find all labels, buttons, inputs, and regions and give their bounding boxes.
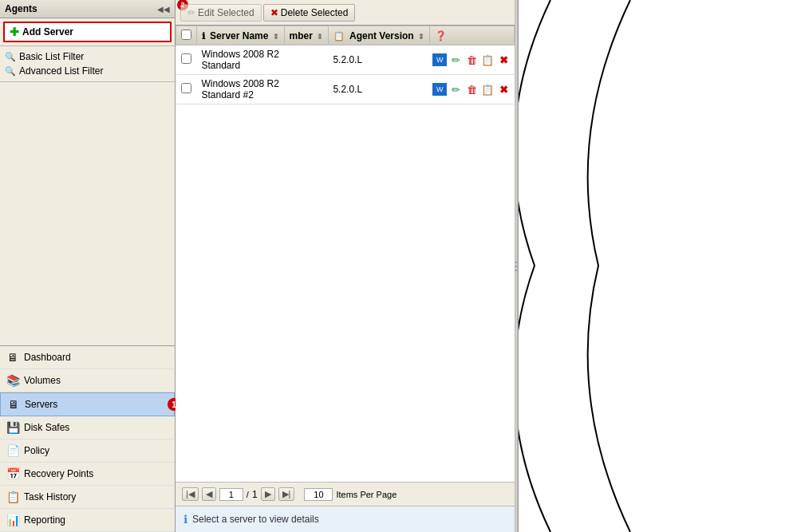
nav-spacer (0, 82, 175, 345)
items-per-page-label: Items Per Page (336, 490, 397, 499)
row2-delete-icon[interactable]: 🗑 (464, 83, 479, 96)
sidebar-item-recovery-points[interactable]: 📅 Recovery Points (0, 463, 175, 486)
dashboard-icon: 🖥 (6, 351, 19, 364)
sidebar-item-task-history[interactable]: 📋 Task History (0, 486, 175, 509)
row2-action-icons: W ✏ 🗑 📋 ✖ (432, 83, 511, 96)
sidebar-top: ✚ Add Server (0, 18, 175, 46)
sidebar-collapse-button[interactable]: ◀◀ (157, 5, 170, 14)
filter-icon-advanced: 🔍 (5, 66, 16, 77)
toolbar-badge-container: 2 ✏ Edit Selected (180, 4, 262, 22)
policy-label: Policy (24, 445, 49, 456)
number-sort[interactable]: ⇕ (317, 33, 323, 41)
row2-server-name[interactable]: Windows 2008 R2 Standard #2 (197, 75, 285, 104)
task-history-icon: 📋 (6, 491, 19, 503)
sidebar-item-dashboard[interactable]: 🖥 Dashboard (0, 346, 175, 369)
prev-page-button[interactable]: ◀ (202, 487, 216, 501)
agent-version-sort[interactable]: ⇕ (418, 33, 424, 41)
row1-agent-version: 5.2.0.L (328, 45, 429, 75)
row2-actions: W ✏ 🗑 📋 ✖ (429, 75, 514, 104)
row2-x-icon[interactable]: ✖ (496, 83, 511, 96)
row1-x-icon[interactable]: ✖ (496, 53, 511, 66)
table-header-row: ℹ Server Name ⇕ mber ⇕ 📋 Agent Version ⇕ (176, 26, 515, 45)
main-content: 2 ✏ Edit Selected ✖ Delete Selected (176, 0, 515, 532)
sidebar-filters: 🔍 Basic List Filter 🔍 Advanced List Filt… (0, 46, 175, 82)
right-panel (518, 0, 797, 532)
page-divider: / (247, 490, 249, 499)
row2-copy-icon[interactable]: 📋 (480, 83, 495, 96)
basic-list-filter[interactable]: 🔍 Basic List Filter (5, 49, 170, 64)
delete-selected-label: Delete Selected (281, 7, 349, 18)
row2-number (284, 75, 328, 104)
volumes-icon: 📚 (6, 374, 19, 387)
row1-delete-icon[interactable]: 🗑 (464, 53, 479, 66)
curve-decoration-2 (582, 0, 678, 532)
sidebar-header: Agents ◀◀ (0, 0, 175, 18)
header-number[interactable]: mber ⇕ (284, 26, 328, 45)
disk-safes-label: Disk Safes (24, 422, 69, 433)
header-agent-version[interactable]: 📋 Agent Version ⇕ (328, 26, 429, 45)
recovery-points-label: Recovery Points (24, 468, 93, 479)
row2-checkbox[interactable] (181, 83, 191, 93)
delete-selected-button[interactable]: ✖ Delete Selected (263, 4, 356, 22)
task-history-label: Task History (24, 491, 76, 502)
row1-actions: W ✏ 🗑 📋 ✖ (429, 45, 514, 75)
row2-checkbox-cell (176, 75, 197, 104)
filter-icon-basic: 🔍 (5, 52, 16, 62)
current-page-input[interactable] (219, 488, 243, 501)
row1-checkbox[interactable] (181, 53, 191, 64)
header-actions: ❓ (429, 26, 514, 45)
row1-windows-icon[interactable]: W (432, 53, 447, 66)
header-checkbox-cell (176, 26, 197, 45)
agent-version-col-icon: 📋 (333, 31, 345, 41)
row1-number (284, 45, 328, 75)
pagination-bar: |◀ ◀ / 1 ▶ ▶| Items Per Page (176, 482, 515, 506)
servers-icon: 🖥 (7, 398, 20, 411)
resize-dot-1 (515, 262, 517, 263)
header-server-name[interactable]: ℹ Server Name ⇕ (197, 26, 285, 45)
row2-edit-icon[interactable]: ✏ (448, 83, 463, 96)
add-server-icon: ✚ (10, 26, 19, 38)
sidebar-item-reporting[interactable]: 📊 Reporting (0, 509, 175, 532)
edit-selected-button[interactable]: ✏ Edit Selected (180, 4, 262, 22)
total-pages: 1 (252, 489, 258, 500)
number-col-label: mber (290, 30, 313, 41)
agent-version-col-label: Agent Version (349, 30, 414, 41)
info-icon: ℹ (183, 513, 187, 526)
row1-copy-icon[interactable]: 📋 (480, 53, 495, 66)
row1-server-name[interactable]: Windows 2008 R2 Standard (197, 45, 285, 75)
select-all-checkbox[interactable] (181, 30, 191, 40)
policy-icon: 📄 (6, 444, 19, 457)
recovery-points-icon: 📅 (6, 467, 19, 480)
toolbar: 2 ✏ Edit Selected ✖ Delete Selected (176, 0, 515, 26)
servers-table: ℹ Server Name ⇕ mber ⇕ 📋 Agent Version ⇕ (176, 26, 515, 104)
sidebar-item-disk-safes[interactable]: 💾 Disk Safes (0, 416, 175, 439)
items-per-page-input[interactable] (304, 488, 333, 501)
row1-edit-icon[interactable]: ✏ (448, 53, 463, 66)
sidebar-item-volumes[interactable]: 📚 Volumes (0, 369, 175, 392)
add-server-label: Add Server (22, 26, 73, 37)
edit-icon: ✏ (187, 7, 195, 18)
main-layout: Agents ◀◀ ✚ Add Server 🔍 Basic List Filt… (0, 0, 797, 532)
table-container: ℹ Server Name ⇕ mber ⇕ 📋 Agent Version ⇕ (176, 26, 515, 482)
reporting-icon: 📊 (6, 514, 19, 526)
reporting-label: Reporting (24, 514, 65, 526)
last-page-button[interactable]: ▶| (278, 487, 295, 501)
sidebar-item-policy[interactable]: 📄 Policy (0, 439, 175, 463)
actions-col-icon: ❓ (435, 30, 447, 41)
edit-selected-label: Edit Selected (198, 7, 254, 18)
add-server-button[interactable]: ✚ Add Server (3, 22, 172, 42)
sidebar-item-servers[interactable]: 🖥 Servers 1 (0, 392, 175, 416)
first-page-button[interactable]: |◀ (182, 487, 199, 501)
advanced-filter-label: Advanced List Filter (19, 65, 103, 77)
server-name-col-label: Server Name (210, 30, 268, 41)
table-row: Windows 2008 R2 Standard 5.2.0.L W ✏ 🗑 📋… (176, 45, 515, 75)
table-row: Windows 2008 R2 Standard #2 5.2.0.L W ✏ … (176, 75, 515, 104)
next-page-button[interactable]: ▶ (261, 487, 275, 501)
delete-icon: ✖ (270, 7, 278, 18)
row2-windows-icon[interactable]: W (432, 83, 447, 96)
sidebar-title: Agents (5, 3, 37, 14)
disk-safes-icon: 💾 (6, 421, 19, 434)
sidebar: Agents ◀◀ ✚ Add Server 🔍 Basic List Filt… (0, 0, 176, 532)
server-name-sort[interactable]: ⇕ (273, 33, 279, 41)
advanced-list-filter[interactable]: 🔍 Advanced List Filter (5, 64, 170, 78)
